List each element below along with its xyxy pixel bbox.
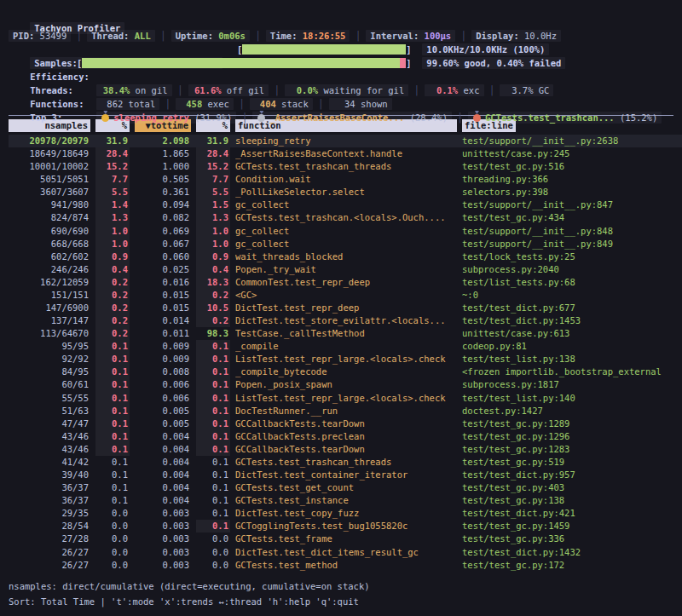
nsamples-cell: 113/64670 <box>9 327 90 340</box>
table-row[interactable]: 162/120590.20.01618.3CommonTest.test_rep… <box>9 276 682 289</box>
function-cell: DocTestRunner.__run <box>235 405 457 417</box>
direct-pct-cell: 0.4 <box>95 263 130 276</box>
cumulative-pct-cell: 18.3 <box>196 276 230 289</box>
tottime-cell: 0.505 <box>135 173 191 186</box>
fileline-cell: test/test_dict.py:421 <box>462 507 682 520</box>
table-row[interactable]: 60/610.10.0060.1Popen._posix_spawnsubpro… <box>9 378 682 391</box>
function-cell: gc_collect <box>235 238 457 250</box>
footer-keybindings: Sort: Total Time | 't':mode 'x':trends ↔… <box>9 596 359 607</box>
tottime-cell: 0.082 <box>135 211 191 224</box>
nsamples-cell: 43/46 <box>9 430 90 443</box>
tottime-cell: 0.025 <box>135 263 191 276</box>
function-cell: DictTest.test_dict_items_result_gc <box>235 546 457 559</box>
table-row[interactable]: 51/630.10.0050.1DocTestRunner.__rundocte… <box>9 405 682 417</box>
direct-pct-cell: 0.1 <box>95 430 130 443</box>
direct-pct-cell: 0.1 <box>95 494 130 507</box>
fileline-cell: test/test_gc.py:1283 <box>462 443 682 456</box>
table-row[interactable]: 941/9801.40.0941.5gc_collecttest/support… <box>9 199 682 211</box>
nsamples-cell: 162/12059 <box>9 276 90 289</box>
samples-gauge: [] 10.0KHz/10.0KHz (100%) <box>237 43 549 56</box>
fileline-cell: test/test_dict.py:1432 <box>462 546 682 559</box>
tottime-cell: 0.003 <box>135 507 191 520</box>
table-row[interactable]: 95/950.10.0090.1_compilecodeop.py:81 <box>9 340 682 353</box>
table-row[interactable]: 28/540.00.0030.1GCTogglingTests.test_bug… <box>9 520 682 533</box>
cumulative-pct-cell: 5.5 <box>196 186 230 199</box>
fileline-cell: selectors.py:398 <box>462 186 682 199</box>
function-cell: DictTest.test_container_iterator <box>235 469 457 481</box>
table-row[interactable]: 36/370.10.0040.1GCTests.test_get_countte… <box>9 481 682 494</box>
table-row[interactable]: 18649/1864928.41.86528.4_AssertRaisesBas… <box>9 147 682 160</box>
table-row[interactable]: 29/350.00.0030.1DictTest.test_copy_fuzzt… <box>9 507 682 520</box>
table-row[interactable]: 668/6681.00.0671.0gc_collecttest/support… <box>9 238 682 250</box>
function-cell: Condition.wait <box>235 173 457 186</box>
function-cell: GCTests.test_trashcan.<locals>.Ouch.... <box>235 211 457 224</box>
table-row-selected[interactable]: 20978/2097931.92.09831.9sleeping_retryte… <box>9 135 682 147</box>
tottime-cell: 0.361 <box>135 186 191 199</box>
table-row[interactable]: 602/6020.90.0600.9wait_threads_blockedte… <box>9 250 682 263</box>
table-row[interactable]: 26/270.00.0030.0GCTests.test_methodtest/… <box>9 559 682 572</box>
fileline-cell: subprocess.py:2040 <box>462 263 682 276</box>
direct-pct-cell: 0.2 <box>95 327 130 340</box>
table-row[interactable]: 10001/1000215.21.00015.2GCTests.test_tra… <box>9 160 682 173</box>
fileline-cell: test/test_list.py:138 <box>462 353 682 366</box>
nsamples-cell: 824/874 <box>9 211 90 224</box>
fileline-cell: test/test_gc.py:1459 <box>462 520 682 533</box>
cumulative-pct-cell: 15.2 <box>196 160 230 173</box>
direct-pct-cell: 0.0 <box>95 559 130 572</box>
table-row[interactable]: 43/460.10.0040.1GCCallbackTests.preclean… <box>9 430 682 443</box>
fileline-cell: test/support/__init__.py:2638 <box>462 135 682 147</box>
tottime-cell: 0.004 <box>135 469 191 481</box>
tottime-cell: 0.005 <box>135 405 191 417</box>
table-row[interactable]: 246/2460.40.0250.4Popen._try_waitsubproc… <box>9 263 682 276</box>
function-cell: wait_threads_blocked <box>235 250 457 263</box>
table-row[interactable]: 43/460.10.0040.1GCCallbackTests.tearDown… <box>9 443 682 456</box>
footer-legend: nsamples: direct/cumulative (direct=exec… <box>9 581 370 591</box>
samples-bar <box>242 44 406 55</box>
profile-table-body: 20978/2097931.92.09831.9sleeping_retryte… <box>9 135 682 572</box>
table-row[interactable]: 137/1470.20.0140.2DictTest.test_store_ev… <box>9 314 682 327</box>
table-row[interactable]: 39/400.10.0040.1DictTest.test_container_… <box>9 469 682 481</box>
nsamples-cell: 95/95 <box>9 340 90 353</box>
table-row[interactable]: 5051/50517.70.5057.7Condition.waitthread… <box>9 173 682 186</box>
table-row[interactable]: 690/6901.00.0691.0gc_collecttest/support… <box>9 225 682 238</box>
table-row[interactable]: 3607/36075.50.3615.5_PollLikeSelector.se… <box>9 186 682 199</box>
table-row[interactable]: 824/8741.30.0821.3GCTests.test_trashcan.… <box>9 211 682 224</box>
status-display: Display: 10.0Hz <box>471 30 561 42</box>
tottime-cell: 0.015 <box>135 289 191 302</box>
fileline-cell: test/list_tests.py:68 <box>462 276 682 289</box>
function-cell: DictTest.test_copy_fuzz <box>235 507 457 520</box>
table-row[interactable]: 92/920.10.0090.1ListTest.test_repr_large… <box>9 353 682 366</box>
table-row[interactable]: 27/280.00.0030.0GCTests.test_frametest/t… <box>9 533 682 545</box>
function-cell: _PollLikeSelector.select <box>235 186 457 199</box>
nsamples-cell: 51/63 <box>9 405 90 417</box>
tottime-cell: 0.005 <box>135 417 191 430</box>
table-row[interactable]: 55/550.10.0060.1ListTest.test_repr_large… <box>9 392 682 405</box>
function-cell: sleeping_retry <box>235 135 457 147</box>
table-row[interactable]: 113/646700.20.01198.3TestCase._callTestM… <box>9 327 682 340</box>
table-row[interactable]: 26/270.00.0030.0DictTest.test_dict_items… <box>9 546 682 559</box>
cumulative-pct-cell: 0.1 <box>196 494 230 507</box>
cumulative-pct-cell: 0.2 <box>196 289 230 302</box>
tottime-cell: 1.000 <box>135 160 191 173</box>
table-row[interactable]: 84/950.10.0080.1_compile_bytecode<frozen… <box>9 366 682 378</box>
direct-pct-cell: 0.1 <box>95 443 130 456</box>
status-bar: PID: 53499 │ Thread: ALL │ Uptime: 0m06s… <box>9 29 682 43</box>
samples-row: Samples:66035 total (10000.3/s) [] 10.0K… <box>9 43 682 56</box>
function-cell: _AssertRaisesBaseContext.handle <box>235 147 457 160</box>
function-cell: Popen._try_wait <box>235 263 457 276</box>
status-thread: Thread: ALL <box>87 30 155 42</box>
efficiency-gauge: [] 99.60% good, 0.40% failed <box>77 56 565 70</box>
table-row[interactable]: 41/420.10.0040.1GCTests.test_trashcan_th… <box>9 456 682 469</box>
table-row[interactable]: 151/1510.20.0150.2<GC>~:0 <box>9 289 682 302</box>
cumulative-pct-cell: 0.0 <box>196 533 230 545</box>
tottime-cell: 0.004 <box>135 481 191 494</box>
table-row[interactable]: 147/69000.20.01510.5DictTest.test_repr_d… <box>9 302 682 314</box>
efficiency-summary: 99.60% good, 0.40% failed <box>422 57 565 69</box>
table-row[interactable]: 36/370.10.0040.1GCTests.test_instancetes… <box>9 494 682 507</box>
direct-pct-cell: 0.9 <box>95 250 130 263</box>
function-cell: GCCallbackTests.tearDown <box>235 417 457 430</box>
nsamples-cell: 18649/18649 <box>9 147 90 160</box>
cumulative-pct-cell: 1.3 <box>196 211 230 224</box>
table-row[interactable]: 47/470.10.0050.1GCCallbackTests.tearDown… <box>9 417 682 430</box>
fileline-cell: ~:0 <box>462 289 682 302</box>
